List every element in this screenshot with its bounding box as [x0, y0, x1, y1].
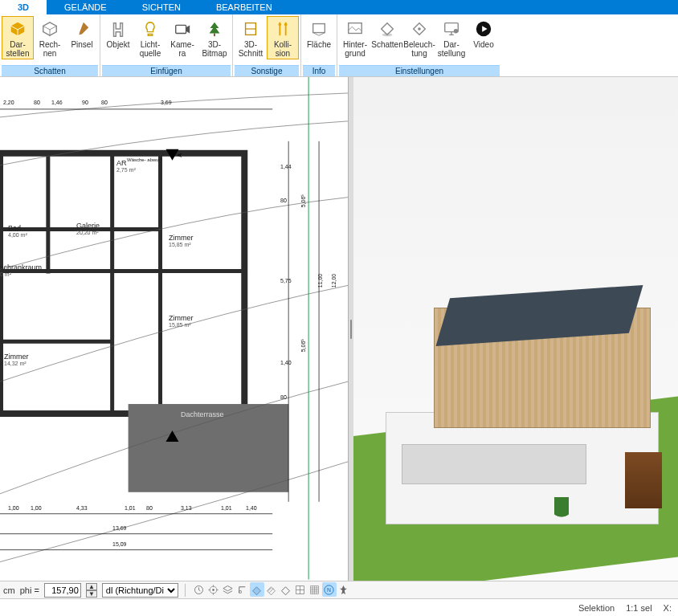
cube-outline-icon [40, 19, 59, 39]
kamera-button[interactable]: Kame-ra [166, 16, 198, 59]
collision-icon [273, 19, 292, 39]
status-nkey-toggle[interactable]: N [322, 582, 337, 597]
dim-rt-2: 12,00 [331, 274, 337, 288]
cube-icon [8, 19, 27, 39]
phi-spin-down[interactable]: ▼ [86, 590, 97, 598]
status-plane1-toggle[interactable] [250, 582, 264, 597]
status-toggle-row: N [192, 582, 351, 598]
beleuchtung-button[interactable]: Beleuch-tung [403, 16, 435, 59]
hintergrund-label: Hinter-grund [343, 40, 367, 58]
kollision-button[interactable]: Kolli-sion [267, 16, 299, 59]
view-3d-render[interactable] [353, 77, 678, 581]
dim-top-4: 80 [101, 100, 108, 105]
phi-spin-up[interactable]: ▲ [86, 583, 97, 590]
dim-top-1: 80 [34, 100, 40, 105]
lichtquelle-button[interactable]: Licht-quelle [134, 16, 166, 59]
view-2d-floorplan[interactable]: A Bad4,00 m² schrankraum0 m² Galerie20,2… [0, 77, 349, 581]
info-selektion: Selektion [578, 603, 615, 613]
dim-r-4: 80 [280, 394, 287, 400]
phi-label: phi = [20, 585, 39, 595]
ribbon-group-label: Einfügen [102, 65, 231, 76]
ribbon-tab-strip: 3DGELÄNDESICHTENBEARBEITEN [0, 0, 678, 14]
lichtquelle-label: Licht-quelle [140, 40, 161, 58]
info-scale: 1:1 sel [626, 603, 651, 613]
tab-3d[interactable]: 3D [0, 0, 47, 14]
bulb-icon [141, 19, 160, 39]
dim-r-2: 5,75 [280, 278, 292, 284]
phi-input[interactable] [44, 583, 81, 598]
tab-bearbeiten[interactable]: BEARBEITEN [198, 0, 290, 14]
dim-top-2: 1,46 [51, 100, 63, 105]
darstellung-button[interactable]: Dar-stellung [435, 16, 468, 59]
status-gridmain-toggle[interactable] [293, 582, 308, 597]
pinsel-button[interactable]: Pinsel [66, 16, 98, 59]
svg-point-7 [418, 27, 421, 31]
dim-bt-0: 13,69 [112, 525, 127, 531]
svg-point-3 [284, 23, 288, 27]
status-perp-toggle[interactable] [235, 582, 250, 597]
flaeche-button[interactable]: Fläche [303, 16, 335, 51]
status-target-toggle[interactable] [206, 582, 221, 597]
flaeche-label: Fläche [307, 40, 331, 49]
status-clock-toggle[interactable] [192, 582, 206, 597]
rechnen-button[interactable]: Rech-nen [34, 16, 66, 59]
dl-select[interactable]: dl (Richtung/Di [102, 583, 178, 598]
dim-b-2: 4,33 [76, 505, 88, 511]
hintergrund-button[interactable]: Hinter-grund [339, 16, 371, 59]
monitor-icon [442, 19, 461, 39]
svg-point-31 [213, 589, 215, 591]
status-plane2-toggle[interactable] [264, 582, 279, 597]
room-label-dach: Dachterrasse [181, 410, 224, 418]
tab-sichten[interactable]: SICHTEN [125, 0, 198, 14]
video-button[interactable]: Video [468, 16, 500, 59]
chair-icon [108, 19, 128, 39]
schnitt3d-button[interactable]: 3D-Schnitt [235, 16, 267, 59]
darstellung-label: Dar-stellung [438, 40, 465, 58]
ribbon-group-schatten: Dar-stellenRech-nenPinselSchatten [0, 14, 100, 76]
dim-b-6: 1,01 [221, 505, 232, 511]
dim-r-1: 80 [280, 198, 287, 203]
status-plane3-toggle[interactable] [279, 582, 293, 597]
render-door [625, 452, 662, 508]
room-label-zimmer-bot: Zimmer14,32 m² [4, 353, 29, 366]
room-label-galerie: Galerie20,20 m² [76, 222, 100, 235]
dim-rt-1: 11,00 [317, 274, 323, 288]
svg-rect-1 [214, 34, 215, 37]
dim-r-3: 1,40 [280, 360, 292, 365]
dim-top-0: 2,20 [3, 100, 14, 105]
darstellen-button[interactable]: Dar-stellen [2, 16, 34, 59]
status-gridfine-toggle[interactable] [308, 582, 322, 597]
tab-gelände[interactable]: GELÄNDE [47, 0, 125, 14]
status-pin-toggle[interactable] [337, 582, 351, 597]
schatten-button[interactable]: Schatten [371, 16, 403, 59]
workspace: A Bad4,00 m² schrankraum0 m² Galerie20,2… [0, 77, 678, 581]
area-icon [309, 19, 329, 39]
dim-rt-0: 5,06⁵ [300, 194, 307, 208]
ribbon-group-label: Schatten [2, 65, 98, 76]
tree-icon [205, 19, 224, 39]
pinsel-label: Pinsel [71, 40, 92, 49]
camera-icon [173, 19, 192, 39]
bitmap3d-button[interactable]: 3D-Bitmap [198, 16, 231, 59]
floorplan-svg: A [0, 77, 348, 580]
video-label: Video [473, 40, 493, 49]
schnitt3d-label: 3D-Schnitt [239, 40, 263, 58]
background-icon [345, 19, 365, 39]
room-label-zimmer-mid: Zimmer15,85 m² [169, 314, 194, 328]
info-coord: X: [664, 603, 672, 613]
room-label-schrank: schrankraum0 m² [0, 263, 42, 277]
light-icon [410, 19, 429, 39]
ribbon-group-info: FlächeInfo [300, 14, 337, 76]
ribbon-group-sonstige: 3D-SchnittKolli-sionSonstige [232, 14, 300, 76]
bitmap3d-label: 3D-Bitmap [202, 40, 227, 58]
dim-b-5: 3,13 [181, 505, 192, 511]
dim-b-7: 1,40 [246, 505, 257, 511]
ribbon-group-einfügen: ObjektLicht-quelleKame-ra3D-BitmapEinfüg… [100, 14, 232, 76]
dim-b-3: 1,01 [125, 505, 136, 511]
objekt-label: Objekt [107, 40, 130, 49]
status-bar: cm phi = ▲ ▼ dl (Richtung/Di N [0, 581, 678, 598]
objekt-button[interactable]: Objekt [102, 16, 134, 59]
ribbon-group-label: Sonstige [235, 65, 299, 76]
status-stack-toggle[interactable] [221, 582, 235, 597]
section-icon [241, 19, 260, 39]
